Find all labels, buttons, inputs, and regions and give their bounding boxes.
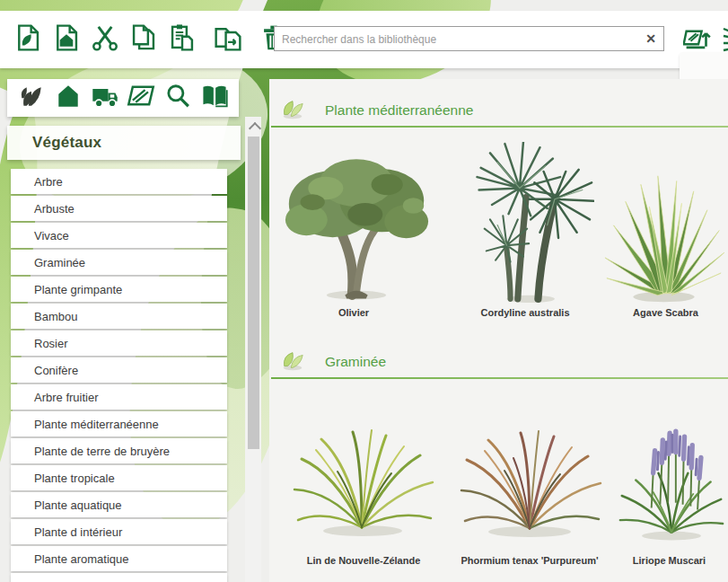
search-clear-icon[interactable]: ✕ <box>645 31 656 47</box>
scissors-icon <box>90 22 120 57</box>
tab-house[interactable] <box>53 83 83 113</box>
search-input[interactable] <box>280 28 634 51</box>
green-leaf-bullet-icon <box>280 97 305 124</box>
transfer-page-icon <box>213 22 243 57</box>
sidebar-title: Végétaux <box>32 134 101 152</box>
plant-thumbnail-liriope[interactable] <box>615 411 728 554</box>
plant-thumbnail-agave[interactable] <box>600 172 728 311</box>
paste-button[interactable] <box>165 22 199 57</box>
transfer-document-button[interactable] <box>211 22 245 57</box>
plant-library-window: ✕ <box>0 0 728 582</box>
document-house-icon <box>51 22 82 57</box>
panel-edge <box>680 52 728 83</box>
tab-library-book[interactable] <box>199 83 230 113</box>
sidebar-title-bar: Végétaux <box>7 126 241 160</box>
category-item-plante-interieur[interactable]: Plante d intérieur <box>11 519 227 544</box>
copy-pages-icon <box>128 22 159 57</box>
document-leaf-icon <box>13 22 43 57</box>
tab-plants[interactable] <box>16 83 47 113</box>
category-item-rosier[interactable]: Rosier <box>11 331 227 356</box>
library-search: ✕ <box>274 26 664 51</box>
plant-thumbnail-cordyline[interactable] <box>454 142 594 307</box>
library-content: Plante méditerranéenne <box>269 79 728 582</box>
category-item-plante-mediterraneenne[interactable]: Plante méditerranéenne <box>11 411 227 436</box>
plant-name-label: Agave Scabra <box>603 307 728 318</box>
plant-name-label: Cordyline australis <box>449 307 601 318</box>
section-underline <box>271 126 728 128</box>
category-item-plante-terre-bruyere[interactable]: Plante de terre de bruyère <box>11 438 227 463</box>
house-icon <box>55 83 82 113</box>
open-book-icon <box>200 82 229 114</box>
plant-thumbnail-olivier[interactable] <box>282 146 431 307</box>
category-list: Arbre Arbuste Vivace Graminée Plante gri… <box>11 169 227 582</box>
section-header-mediterraneenne: Plante méditerranéenne <box>280 97 473 124</box>
plant-name-label: Lin de Nouvelle-Zélande <box>287 555 440 566</box>
category-item-cutoff[interactable]: Plante de rocaille <box>11 573 227 582</box>
category-item-conifere[interactable]: Conifère <box>11 357 227 383</box>
category-item-plante-aquatique[interactable]: Plante aquatique <box>11 492 227 517</box>
terrain-icon <box>127 82 155 114</box>
section-underline <box>271 377 728 379</box>
category-item-arbre[interactable]: Arbre <box>11 169 227 194</box>
export-to-plan-button[interactable] <box>682 23 715 56</box>
cut-button[interactable] <box>88 22 122 57</box>
plant-name-label: Phormium tenax 'Purpureum' <box>444 555 615 566</box>
plant-name-label: Olivier <box>277 307 430 318</box>
category-item-vivace[interactable]: Vivace <box>11 223 227 248</box>
section-header-graminee: Graminée <box>280 348 386 375</box>
tab-search[interactable] <box>162 83 193 113</box>
tab-terrain[interactable] <box>126 83 156 113</box>
category-item-plante-aromatique[interactable]: Plante aromatique <box>11 546 227 571</box>
section-title: Plante méditerranéenne <box>325 102 473 119</box>
category-item-plante-grimpante[interactable]: Plante grimpante <box>11 277 227 302</box>
new-house-document-button[interactable] <box>49 22 83 57</box>
sidebar-scrollbar-thumb[interactable] <box>248 137 259 449</box>
category-item-graminee[interactable]: Graminée <box>11 250 227 275</box>
section-title: Graminée <box>325 354 386 370</box>
plant-thumbnail-lin[interactable] <box>285 418 443 547</box>
plant-name-label: Liriope Muscari <box>610 555 728 566</box>
category-item-bambou[interactable]: Bambou <box>11 304 227 329</box>
main-toolbar: ✕ <box>0 11 728 68</box>
truck-icon <box>91 82 119 114</box>
sidebar-tab-bar <box>7 79 239 117</box>
category-item-plante-tropicale[interactable]: Plante tropicale <box>11 465 227 490</box>
category-item-arbre-fruitier[interactable]: Arbre fruitier <box>11 384 227 410</box>
plants-leaf-icon <box>18 83 45 113</box>
search-icon <box>164 83 191 113</box>
new-plant-document-button[interactable] <box>11 22 45 57</box>
tab-delivery[interactable] <box>90 83 120 113</box>
copy-button[interactable] <box>127 22 161 57</box>
paste-clipboard-icon <box>167 22 197 57</box>
category-item-arbuste[interactable]: Arbuste <box>11 196 227 221</box>
plant-thumbnail-phormium[interactable] <box>449 415 610 549</box>
partial-toolbar-icon <box>722 25 728 54</box>
green-leaf-bullet-icon <box>280 348 305 375</box>
